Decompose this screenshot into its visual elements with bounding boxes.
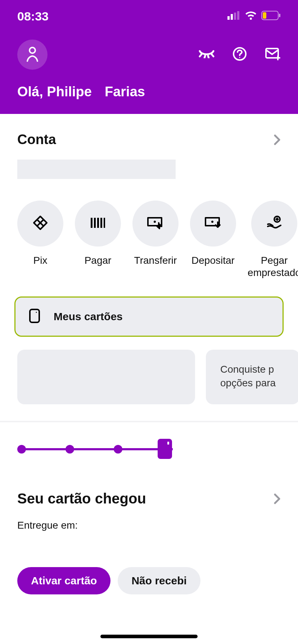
- chevron-right-icon: [274, 493, 281, 505]
- card-arrived-row[interactable]: Seu cartão chegou: [17, 491, 281, 507]
- svg-rect-1: [231, 14, 233, 20]
- not-received-button[interactable]: Não recebi: [118, 567, 200, 594]
- tracker-card-icon: [158, 439, 172, 459]
- svg-rect-10: [266, 49, 278, 58]
- my-cards-label: Meus cartões: [54, 310, 123, 323]
- status-indicators: [227, 11, 281, 22]
- svg-rect-14: [100, 218, 102, 228]
- account-title: Conta: [17, 132, 56, 147]
- action-label: Depositar: [190, 254, 236, 267]
- promo-card[interactable]: [17, 350, 195, 404]
- barcode-icon: [91, 218, 105, 229]
- svg-rect-21: [30, 309, 39, 322]
- action-depositar[interactable]: Depositar: [190, 201, 236, 279]
- my-cards-button[interactable]: Meus cartões: [14, 296, 284, 337]
- home-indicator[interactable]: [100, 635, 198, 638]
- svg-rect-2: [234, 13, 236, 20]
- account-row[interactable]: Conta: [17, 132, 281, 147]
- svg-point-19: [211, 221, 213, 223]
- tracker-step: [66, 445, 74, 454]
- person-icon: [25, 46, 40, 63]
- svg-rect-0: [227, 16, 230, 20]
- status-bar: 08:33: [0, 0, 298, 32]
- svg-rect-11: [91, 218, 92, 228]
- card-arrived-title: Seu cartão chegou: [17, 491, 146, 507]
- chevron-right-icon: [274, 134, 281, 146]
- action-pegar-emprestado[interactable]: Pegar emprestado: [248, 201, 298, 279]
- battery-icon: [261, 11, 281, 22]
- promo-carousel[interactable]: Conquiste p opções para: [0, 337, 298, 421]
- action-label: Pegar emprestado: [248, 254, 298, 279]
- action-label: Pix: [17, 254, 63, 267]
- status-time: 08:33: [17, 9, 49, 23]
- greeting-hello: Olá, Philipe: [17, 84, 92, 100]
- profile-avatar[interactable]: [17, 40, 48, 70]
- svg-point-9: [239, 57, 240, 58]
- deposit-icon: [204, 216, 222, 231]
- transfer-out-icon: [146, 216, 164, 231]
- svg-point-7: [30, 47, 35, 53]
- tracker-step: [17, 445, 26, 454]
- action-transferir[interactable]: Transferir: [132, 201, 179, 279]
- svg-rect-15: [104, 218, 105, 228]
- svg-point-22: [36, 312, 37, 313]
- promo-card[interactable]: Conquiste p opções para: [206, 350, 298, 404]
- action-pagar[interactable]: Pagar: [75, 201, 121, 279]
- pix-icon: [32, 215, 48, 232]
- hide-balance-icon[interactable]: [199, 50, 215, 60]
- not-received-label: Não recebi: [131, 575, 186, 587]
- activate-card-label: Ativar cartão: [31, 575, 97, 587]
- svg-rect-6: [263, 12, 266, 19]
- action-label: Pagar: [75, 254, 121, 267]
- delivered-label: Entregue em:: [17, 520, 281, 531]
- action-pix[interactable]: Pix: [17, 201, 63, 279]
- activate-card-button[interactable]: Ativar cartão: [17, 567, 110, 594]
- svg-rect-5: [279, 14, 280, 17]
- card-icon: [28, 308, 41, 325]
- svg-point-17: [154, 221, 156, 223]
- delivery-tracker: [17, 440, 281, 458]
- wifi-icon: [245, 11, 257, 21]
- action-label: Transferir: [132, 254, 179, 267]
- svg-rect-13: [97, 218, 99, 228]
- balance-hidden: [17, 160, 176, 179]
- svg-rect-3: [237, 11, 239, 20]
- loan-icon: [266, 215, 282, 232]
- quick-actions: Pix Pagar Transferir Depositar Pegar emp…: [0, 179, 298, 279]
- greeting-surname: Farias: [105, 84, 145, 100]
- greeting: Olá, PhilipeFarias: [0, 84, 298, 100]
- mail-add-icon[interactable]: [265, 47, 281, 62]
- promo-text: Conquiste p opções para: [220, 364, 276, 388]
- svg-rect-12: [94, 218, 96, 228]
- cellular-icon: [227, 11, 240, 21]
- tracker-step: [114, 445, 122, 454]
- help-icon[interactable]: [232, 47, 247, 63]
